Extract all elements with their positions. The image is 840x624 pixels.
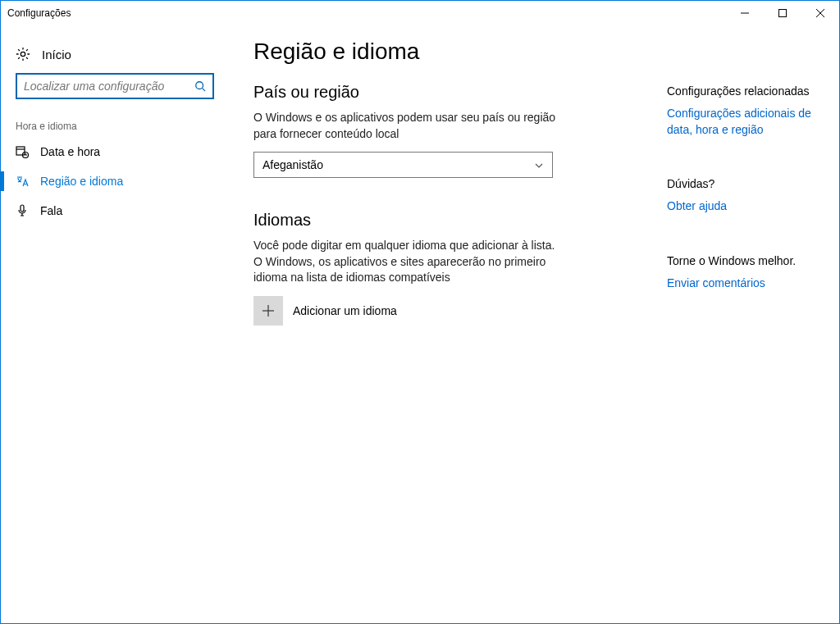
search-field[interactable]: [24, 80, 194, 93]
chevron-down-icon: [534, 160, 544, 170]
country-heading: País ou região: [253, 83, 692, 102]
add-language-label: Adicionar um idioma: [293, 304, 397, 317]
sidebar-item-region-language[interactable]: Região e idioma: [1, 166, 229, 196]
svg-rect-12: [21, 205, 24, 212]
titlebar: Configurações: [1, 1, 839, 25]
help-link[interactable]: Obter ajuda: [667, 198, 823, 215]
home-button[interactable]: Início: [1, 42, 229, 73]
sidebar-item-label: Região e idioma: [40, 175, 123, 188]
sidebar-group-label: Hora e idioma: [1, 112, 229, 137]
related-heading: Configurações relacionadas: [667, 84, 823, 98]
svg-rect-1: [779, 10, 787, 17]
svg-point-4: [21, 52, 25, 56]
sidebar-item-label: Fala: [40, 204, 62, 217]
gear-icon: [16, 47, 30, 61]
svg-line-6: [203, 89, 206, 92]
country-dropdown[interactable]: Afeganistão: [253, 152, 553, 178]
sidebar-item-speech[interactable]: Fala: [1, 196, 229, 225]
plus-icon: [253, 296, 283, 326]
calendar-clock-icon: [16, 145, 29, 158]
search-input[interactable]: [16, 73, 214, 99]
sidebar-item-label: Data e hora: [40, 145, 100, 158]
window-controls: [726, 1, 839, 25]
minimize-button[interactable]: [726, 1, 764, 25]
country-description: O Windows e os aplicativos podem usar se…: [253, 110, 557, 142]
svg-point-5: [196, 82, 203, 89]
related-link[interactable]: Configurações adicionais de data, hora e…: [667, 106, 823, 138]
languages-heading: Idiomas: [253, 211, 692, 230]
window-title: Configurações: [7, 7, 71, 19]
microphone-icon: [16, 204, 29, 217]
feedback-heading: Torne o Windows melhor.: [667, 254, 823, 267]
right-rail: Configurações relacionadas Configurações…: [667, 84, 823, 291]
feedback-link[interactable]: Enviar comentários: [667, 276, 823, 292]
page-title: Região e idioma: [253, 39, 692, 65]
maximize-button[interactable]: [764, 1, 801, 25]
language-icon: [16, 175, 29, 188]
country-value: Afeganistão: [262, 158, 323, 171]
sidebar: Início Hora e idioma Data e hora: [1, 25, 229, 623]
main-panel: Região e idioma País ou região O Windows…: [229, 25, 839, 623]
help-heading: Dúvidas?: [667, 177, 823, 190]
close-button[interactable]: [801, 1, 839, 25]
add-language-button[interactable]: Adicionar um idioma: [253, 296, 692, 326]
languages-description: Você pode digitar em qualquer idioma que…: [253, 238, 557, 286]
search-icon: [194, 80, 206, 92]
home-label: Início: [42, 48, 71, 61]
sidebar-item-date-time[interactable]: Data e hora: [1, 137, 229, 166]
